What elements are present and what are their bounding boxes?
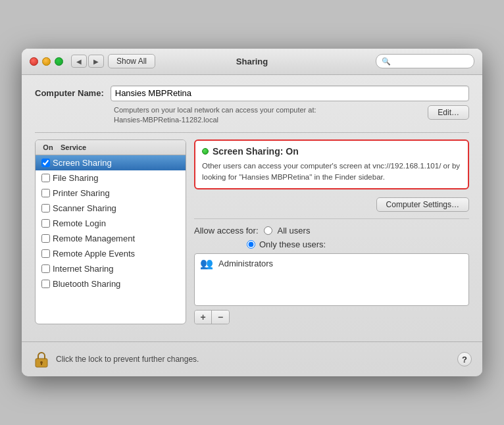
service-name-remote-login: Remote Login (53, 218, 186, 228)
computer-name-row: Computer Name: (35, 86, 469, 101)
service-name-bluetooth-sharing: Bluetooth Sharing (53, 279, 186, 289)
computer-name-label: Computer Name: (35, 88, 104, 98)
lock-text: Click the lock to prevent further change… (56, 355, 457, 364)
back-button[interactable]: ◀ (71, 55, 87, 68)
users-list: 👥 Administrators (194, 253, 469, 306)
services-header-service: Service (61, 142, 86, 153)
computer-name-input[interactable] (111, 86, 469, 101)
service-checkbox-printer-sharing (38, 189, 53, 197)
service-name-scanner-sharing: Scanner Sharing (53, 203, 186, 213)
computer-settings-button[interactable]: Computer Settings… (376, 197, 469, 212)
service-name-screen-sharing: Screen Sharing (53, 158, 186, 168)
lock-icon-wrap[interactable] (32, 349, 51, 370)
main-area: On Service Screen Sharing File Sharing (35, 139, 469, 325)
traffic-lights (30, 57, 63, 66)
service-checkbox-remote-management (38, 234, 53, 243)
service-item-remote-login[interactable]: Remote Login (36, 216, 186, 231)
screen-sharing-header: Screen Sharing: On Other users can acces… (194, 139, 469, 190)
lock-icon (34, 350, 49, 368)
checkbox-scanner-sharing[interactable] (41, 204, 50, 213)
show-all-button[interactable]: Show All (108, 54, 155, 68)
bottom-bar: Click the lock to prevent further change… (22, 341, 482, 376)
search-icon: 🔍 (382, 57, 391, 66)
user-item-administrators[interactable]: 👥 Administrators (195, 254, 468, 273)
settings-divider (194, 218, 469, 219)
titlebar: ◀ ▶ Show All Sharing 🔍 (22, 49, 482, 75)
service-item-remote-management[interactable]: Remote Management (36, 231, 186, 246)
screen-sharing-title: Screen Sharing: On (202, 146, 461, 157)
remove-user-button[interactable]: − (212, 311, 229, 324)
service-checkbox-scanner-sharing (38, 204, 53, 213)
service-name-internet-sharing: Internet Sharing (53, 264, 186, 274)
service-item-internet-sharing[interactable]: Internet Sharing (36, 261, 186, 276)
checkbox-file-sharing[interactable] (41, 174, 50, 182)
service-name-file-sharing: File Sharing (53, 173, 186, 183)
add-user-button[interactable]: + (195, 311, 212, 324)
checkbox-printer-sharing[interactable] (41, 189, 50, 197)
service-item-screen-sharing[interactable]: Screen Sharing (36, 155, 186, 170)
only-these-users-radio[interactable] (247, 240, 255, 249)
service-name-remote-apple-events: Remote Apple Events (53, 249, 186, 259)
only-these-users-row: Only these users: (194, 239, 469, 249)
status-indicator (202, 148, 209, 155)
all-users-label: All users (278, 226, 311, 236)
service-name-printer-sharing: Printer Sharing (53, 188, 186, 198)
service-checkbox-bluetooth-sharing (38, 280, 53, 288)
nav-buttons: ◀ ▶ (71, 55, 104, 68)
service-item-file-sharing[interactable]: File Sharing (36, 170, 186, 186)
service-item-bluetooth-sharing[interactable]: Bluetooth Sharing (36, 276, 186, 291)
window: ◀ ▶ Show All Sharing 🔍 Computer Name: Co… (22, 49, 482, 376)
user-name-administrators: Administrators (218, 259, 273, 268)
maximize-button[interactable] (55, 57, 63, 66)
local-address-row: Computers on your local network can acce… (35, 105, 469, 126)
checkbox-bluetooth-sharing[interactable] (41, 280, 50, 288)
checkbox-internet-sharing[interactable] (41, 264, 50, 273)
users-icon: 👥 (200, 257, 213, 270)
close-button[interactable] (30, 57, 38, 66)
services-header-on: On (36, 142, 61, 153)
services-panel: On Service Screen Sharing File Sharing (35, 139, 186, 325)
edit-button[interactable]: Edit… (428, 105, 469, 120)
service-checkbox-internet-sharing (38, 264, 53, 273)
service-name-remote-management: Remote Management (53, 234, 186, 243)
services-header: On Service (36, 140, 186, 155)
checkbox-remote-management[interactable] (41, 234, 50, 243)
service-checkbox-remote-login (38, 219, 53, 228)
allow-access-label: Allow access for: (194, 226, 259, 236)
computer-settings-row: Computer Settings… (194, 195, 469, 212)
help-button[interactable]: ? (457, 352, 472, 366)
only-these-users-label: Only these users: (259, 239, 326, 249)
allow-access-row: Allow access for: All users (194, 226, 469, 236)
service-item-scanner-sharing[interactable]: Scanner Sharing (36, 201, 186, 216)
detail-panel: Screen Sharing: On Other users can acces… (194, 139, 469, 325)
local-address-text: Computers on your local network can acce… (114, 105, 421, 126)
service-item-printer-sharing[interactable]: Printer Sharing (36, 186, 186, 201)
screen-sharing-description: Other users can access your computer's s… (202, 161, 461, 184)
service-checkbox-file-sharing (38, 174, 53, 182)
search-box: 🔍 (376, 54, 474, 68)
service-checkbox-screen-sharing (38, 159, 53, 167)
content: Computer Name: Computers on your local n… (22, 75, 482, 335)
svg-rect-2 (41, 363, 42, 365)
access-section: Allow access for: All users Only these u… (194, 226, 469, 324)
list-action-buttons: + − (194, 310, 230, 324)
window-title: Sharing (236, 57, 268, 66)
checkbox-screen-sharing[interactable] (41, 159, 50, 167)
all-users-radio[interactable] (264, 226, 272, 235)
forward-button[interactable]: ▶ (88, 55, 104, 68)
checkbox-remote-apple-events[interactable] (41, 249, 50, 258)
search-input[interactable] (393, 57, 468, 66)
divider (35, 132, 469, 133)
minimize-button[interactable] (42, 57, 51, 66)
service-item-remote-apple-events[interactable]: Remote Apple Events (36, 246, 186, 261)
checkbox-remote-login[interactable] (41, 219, 50, 228)
service-checkbox-remote-apple-events (38, 249, 53, 258)
